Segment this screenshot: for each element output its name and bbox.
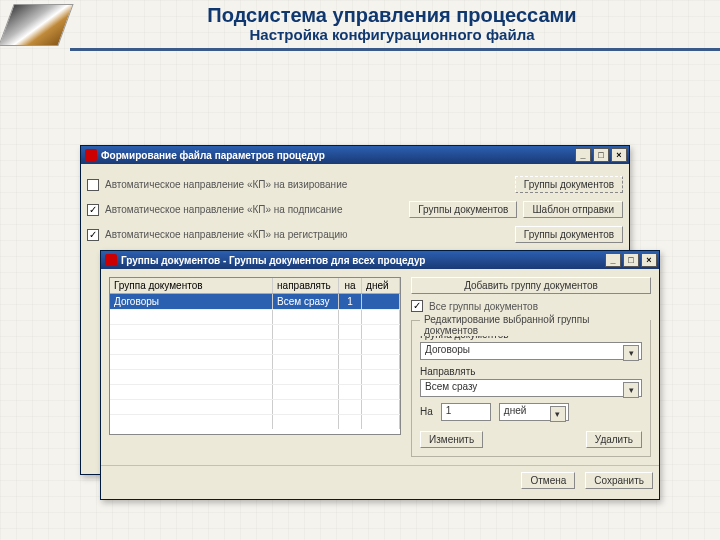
slide-title: Подсистема управления процессами	[74, 4, 710, 26]
all-groups-label: Все группы документов	[429, 301, 538, 312]
route-select-value: Всем сразу	[425, 381, 477, 392]
maximize-button[interactable]: □	[593, 148, 609, 162]
add-group-button[interactable]: Добавить группу документов	[411, 277, 651, 294]
all-groups-checkbox[interactable]	[411, 300, 423, 312]
edit-groupbox: Редактирование выбранной группы документ…	[411, 320, 651, 457]
table-row[interactable]	[110, 309, 400, 324]
slide-subtitle: Настройка конфигурационного файла	[74, 26, 710, 44]
cell-route: Всем сразу	[273, 294, 339, 309]
slide-header: Подсистема управления процессами Настрой…	[0, 0, 720, 48]
option-row: Автоматическое направление «КП» на визир…	[87, 176, 623, 193]
option-row: Автоматическое направление «КП» на подпи…	[87, 201, 623, 218]
table-row[interactable]	[110, 384, 400, 399]
groups-button[interactable]: Группы документов	[515, 176, 623, 193]
groups-button[interactable]: Группы документов	[515, 226, 623, 243]
cell-unit	[362, 294, 400, 309]
window-groups: Группы документов - Группы документов дл…	[100, 250, 660, 500]
window-title: Группы документов - Группы документов дл…	[121, 255, 603, 266]
route-field-label: Направлять	[420, 366, 642, 377]
titlebar-params[interactable]: Формирование файла параметров процедур _…	[81, 146, 629, 164]
table-row[interactable]	[110, 369, 400, 384]
titlebar-groups[interactable]: Группы документов - Группы документов дл…	[101, 251, 659, 269]
app-icon	[105, 254, 117, 266]
col-doc[interactable]: Группа документов	[110, 278, 273, 293]
groups-table: Группа документов направлять на дней Дог…	[109, 277, 401, 435]
window-title: Формирование файла параметров процедур	[101, 150, 573, 161]
n-field-label: На	[420, 406, 433, 417]
option-row: Автоматическое направление «КП» на регис…	[87, 226, 623, 243]
cell-doc: Договоры	[110, 294, 273, 309]
checkbox-label: Автоматическое направление «КП» на подпи…	[105, 204, 343, 215]
minimize-button[interactable]: _	[575, 148, 591, 162]
delete-button[interactable]: Удалить	[586, 431, 642, 448]
group-select[interactable]: Договоры	[420, 342, 642, 360]
logo-image	[0, 4, 74, 46]
close-button[interactable]: ×	[641, 253, 657, 267]
groupbox-title: Редактирование выбранной группы документ…	[420, 314, 650, 336]
checkbox[interactable]	[87, 204, 99, 216]
table-row[interactable]	[110, 399, 400, 414]
save-button[interactable]: Сохранить	[585, 472, 653, 489]
table-row[interactable]: Договоры Всем сразу 1	[110, 294, 400, 309]
table-row[interactable]	[110, 354, 400, 369]
checkbox[interactable]	[87, 179, 99, 191]
cancel-button[interactable]: Отмена	[521, 472, 575, 489]
n-input[interactable]: 1	[441, 403, 491, 421]
checkbox-label: Автоматическое направление «КП» на визир…	[105, 179, 347, 190]
route-select[interactable]: Всем сразу	[420, 379, 642, 397]
table-row[interactable]	[110, 414, 400, 429]
col-route[interactable]: направлять	[273, 278, 339, 293]
group-select-value: Договоры	[425, 344, 470, 355]
col-days[interactable]: дней	[362, 278, 400, 293]
col-n[interactable]: на	[339, 278, 362, 293]
maximize-button[interactable]: □	[623, 253, 639, 267]
minimize-button[interactable]: _	[605, 253, 621, 267]
n-input-value: 1	[446, 405, 452, 416]
groups-button[interactable]: Группы документов	[409, 201, 517, 218]
close-button[interactable]: ×	[611, 148, 627, 162]
checkbox[interactable]	[87, 229, 99, 241]
cell-n: 1	[339, 294, 362, 309]
checkbox-label: Автоматическое направление «КП» на регис…	[105, 229, 348, 240]
unit-select[interactable]: дней	[499, 403, 569, 421]
table-row[interactable]	[110, 339, 400, 354]
unit-select-value: дней	[504, 405, 527, 416]
app-icon	[85, 149, 97, 161]
table-row[interactable]	[110, 324, 400, 339]
template-button[interactable]: Шаблон отправки	[523, 201, 623, 218]
header-divider	[70, 48, 720, 51]
dialog-footer: Отмена Сохранить	[101, 465, 659, 495]
change-button[interactable]: Изменить	[420, 431, 483, 448]
table-header: Группа документов направлять на дней	[110, 278, 400, 294]
